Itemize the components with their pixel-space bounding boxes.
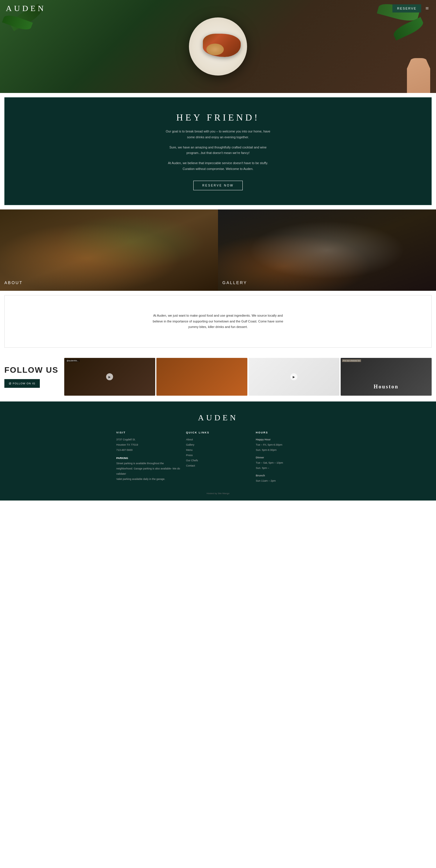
footer-links-heading: QUICK LINKS — [186, 431, 250, 434]
navigation: AUDEN RESERVE ≡ — [0, 0, 436, 17]
food-item-gallery[interactable]: GALLERY — [218, 210, 436, 291]
food-label-gallery: GALLERY — [222, 280, 247, 285]
reserve-button[interactable]: RESERVE — [393, 4, 421, 12]
ig-thumb-3[interactable]: ▶ — [249, 358, 340, 396]
food-item-about[interactable]: ABOUT — [0, 210, 218, 291]
follow-section: FOLLOW US @ FOLLOW ON IG @audenhtx... ▶ … — [0, 352, 436, 401]
happy-hour-label: Happy Hour — [256, 437, 320, 442]
footer-bottom: Hosted by Site Mango — [6, 492, 430, 495]
hey-friend-para2: Sure, we have an amazing and thoughtfull… — [163, 145, 273, 156]
footer-link-menu[interactable]: Menu — [186, 447, 250, 453]
food-visual-right — [218, 210, 436, 291]
footer-phone: 713-497-5669 — [116, 447, 180, 453]
footer-link-chefs[interactable]: Our Chefs — [186, 458, 250, 463]
footer-address1: 3737 Cogdell St. — [116, 437, 180, 442]
footer-valet: Valet parking available daily in the gar… — [116, 476, 180, 482]
ig-thumb-4[interactable]: Por our choices for Houston — [341, 358, 432, 396]
food-visual-left — [0, 210, 218, 291]
footer-address2: Houston TX 77019 — [116, 442, 180, 447]
ig-thumb-2[interactable] — [156, 358, 248, 396]
footer-logo: AUDEN — [6, 413, 430, 423]
nav-right: RESERVE ≡ — [393, 3, 430, 13]
footer-link-gallery[interactable]: Gallery — [186, 442, 250, 447]
plate-sauce — [206, 43, 224, 55]
food-grid: ABOUT GALLERY — [0, 210, 436, 291]
houston-label: Houston — [374, 384, 399, 390]
footer-hours-heading: HOURS — [256, 431, 320, 434]
footer-parking-text: Street parking is available throughout t… — [116, 461, 180, 476]
hey-friend-title: HEY FRIEND! — [13, 112, 423, 123]
footer-parking-heading: PARKING — [116, 456, 180, 461]
play-icon-2: ▶ — [290, 373, 297, 380]
reserve-now-button[interactable]: RESERVE NOW — [193, 181, 243, 190]
food-plate — [189, 18, 247, 75]
about-section: At Auden, we just want to make good food… — [4, 295, 432, 348]
play-icon: ▶ — [106, 373, 113, 380]
footer-link-contact[interactable]: Contact — [186, 463, 250, 468]
footer: AUDEN VISIT 3737 Cogdell St. Houston TX … — [0, 401, 436, 500]
food-label-about: ABOUT — [4, 280, 23, 285]
follow-text-block: FOLLOW US @ FOLLOW ON IG — [4, 366, 58, 388]
hey-friend-para3: At Auden, we believe that impeccable ser… — [163, 160, 273, 172]
ig-press-label: Por our choices for — [342, 359, 361, 362]
follow-ig-button[interactable]: @ FOLLOW ON IG — [4, 379, 40, 388]
brunch-label: Brunch — [256, 473, 320, 478]
footer-links-col: QUICK LINKS About Gallery Menu Press Our… — [186, 431, 250, 484]
hamburger-menu-icon[interactable]: ≡ — [424, 3, 430, 13]
happy-hour-times: Tue – Fri, 5pm-6:30pmSun. 5pm-6:30pm — [256, 442, 320, 453]
brand-logo: AUDEN — [6, 4, 46, 13]
hero-section: AUDEN RESERVE ≡ — [0, 0, 436, 93]
footer-hours-col: HOURS Happy Hour Tue – Fri, 5pm-6:30pmSu… — [256, 431, 320, 484]
dinner-label: Dinner — [256, 455, 320, 460]
follow-title: FOLLOW US — [4, 366, 58, 375]
footer-visit-heading: VISIT — [116, 431, 180, 434]
footer-visit-col: VISIT 3737 Cogdell St. Houston TX 77019 … — [116, 431, 180, 484]
ig-thumb-1[interactable]: @audenhtx... ▶ — [64, 358, 155, 396]
ig-video-label: @audenhtx... — [66, 359, 80, 362]
footer-link-about[interactable]: About — [186, 437, 250, 442]
footer-columns: VISIT 3737 Cogdell St. Houston TX 77019 … — [116, 431, 320, 484]
dinner-times: Tue – Sat, 5pm – 10pmSun. 5pm – — [256, 460, 320, 471]
brunch-times: Sun 11am – 2pm — [256, 478, 320, 484]
hand-decoration — [407, 58, 430, 93]
hey-friend-section: HEY FRIEND! Our goal is to break bread w… — [4, 97, 432, 205]
instagram-grid: @audenhtx... ▶ ▶ Por our choices for Hou… — [64, 358, 432, 396]
hey-friend-para1: Our goal is to break bread with you – to… — [163, 129, 273, 140]
footer-link-press[interactable]: Press — [186, 453, 250, 458]
about-text: At Auden, we just want to make good food… — [148, 313, 288, 330]
